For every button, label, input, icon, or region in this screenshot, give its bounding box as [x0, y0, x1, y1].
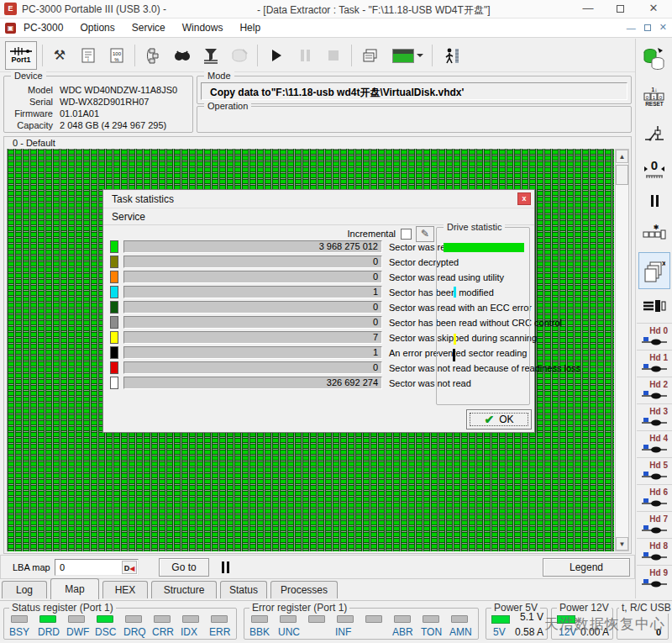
scroll-up-button[interactable]: ▲	[616, 150, 628, 163]
device-field-label: Firmware	[4, 108, 53, 119]
ok-button[interactable]: ✔ OK	[466, 409, 532, 430]
close-button[interactable]: ✕	[640, 0, 667, 18]
minimize-button[interactable]: —	[575, 0, 601, 18]
oscilloscope-button[interactable]: 0	[638, 153, 670, 185]
tab-hex[interactable]: HEX	[102, 581, 148, 598]
reset-button[interactable]: 1↓ 010 RESET	[638, 79, 670, 114]
menu-options[interactable]: Options	[80, 22, 114, 34]
tab-status[interactable]: Status	[220, 581, 267, 598]
drive-power-button[interactable]	[638, 42, 670, 76]
rc-usb-group: t, R/C USB 0	[617, 608, 669, 640]
power-5v-led	[491, 615, 510, 624]
tab-log[interactable]: Log	[2, 581, 47, 598]
led-label: CRR	[152, 626, 176, 638]
mdi-restore-button[interactable]	[644, 24, 651, 31]
tools-button[interactable]: ⚒	[45, 41, 74, 70]
power-12v-led	[557, 615, 575, 624]
filter-button[interactable]	[197, 41, 225, 70]
menu-windows[interactable]: Windows	[182, 22, 223, 34]
hd1-button[interactable]: Hd 1	[637, 350, 672, 376]
goto-button[interactable]: Go to	[159, 558, 209, 577]
drive-statistic-title: Drive statistic	[444, 222, 505, 232]
hd-label: Hd 3	[649, 407, 668, 416]
registers-button[interactable]: ✱	[638, 217, 670, 249]
reset-dip-icon: 010	[643, 92, 665, 101]
hd3-button[interactable]: Hd 3	[637, 403, 672, 430]
head-icon	[642, 416, 667, 426]
menu-help[interactable]: Help	[239, 22, 260, 34]
pause-icon	[651, 195, 659, 207]
stat-color-swatch	[110, 316, 118, 329]
hd-label: Hd 7	[649, 514, 668, 524]
dialog-menu-service[interactable]: Service	[112, 211, 145, 223]
hd9-button[interactable]: Hd 9	[637, 565, 672, 591]
status-register-title: Status register (Port 1)	[9, 602, 116, 614]
led-label: DRD	[38, 626, 61, 638]
head-icon	[642, 551, 667, 561]
mdi-close-button[interactable]: ✕	[659, 22, 667, 33]
hd-label: Hd 6	[649, 488, 668, 497]
eraser-icon	[231, 48, 248, 63]
power-switch-button[interactable]	[638, 118, 670, 150]
scroll-thumb[interactable]	[616, 165, 628, 185]
hd2-button[interactable]: Hd 2	[637, 377, 672, 403]
view-tabs: Log Map HEX Structure Status Processes	[0, 578, 635, 600]
device-panel: Device ModelWDC WD40NDZW-11A8JS0 SerialW…	[3, 76, 193, 133]
tab-processes[interactable]: Processes	[270, 581, 338, 598]
led-label: ERR	[209, 626, 233, 638]
menu-pc3000[interactable]: PC-3000	[24, 22, 63, 34]
map-pause-icon[interactable]	[222, 561, 229, 573]
mode-panel-title: Mode	[204, 71, 234, 81]
dialog-close-button[interactable]: x	[517, 192, 531, 205]
hd7-button[interactable]: Hd 7	[637, 511, 672, 537]
side-pause-button[interactable]	[638, 188, 670, 213]
hd8-button[interactable]: Hd 8	[637, 538, 672, 564]
hd0-button[interactable]: Hd 0	[637, 323, 672, 349]
scroll-down-button[interactable]: ▼	[616, 537, 628, 551]
hd-label: Hd 1	[649, 353, 668, 362]
lba-history-button[interactable]: D◀	[122, 561, 137, 574]
tasks-button[interactable]: x	[638, 252, 670, 289]
start-button[interactable]	[262, 41, 291, 70]
maximize-button[interactable]	[606, 0, 633, 18]
hd5-button[interactable]: Hd 5	[637, 457, 672, 483]
script-icon: i	[81, 47, 96, 64]
menu-service[interactable]: Service	[132, 22, 165, 34]
port1-button[interactable]: Port1	[5, 41, 37, 70]
mdi-minimize-button[interactable]: —	[627, 23, 636, 33]
svg-text:%: %	[114, 57, 119, 62]
drive-stat-bar-error	[453, 349, 455, 361]
lba-map-label: LBA map	[13, 562, 50, 572]
power-switch-icon	[643, 123, 665, 145]
lba-input[interactable]: 0 D◀	[55, 559, 139, 576]
percent-button[interactable]: 100%	[102, 41, 131, 70]
incremental-checkbox[interactable]	[401, 229, 412, 240]
led-ton	[423, 615, 439, 623]
error-register-title: Error register (Port 1)	[249, 602, 349, 614]
search-button[interactable]	[168, 41, 197, 70]
fragment-button[interactable]	[139, 41, 168, 70]
windows-cascade-button[interactable]	[356, 41, 385, 70]
dialog-title-bar[interactable]: Task statistics x	[103, 190, 534, 208]
erase-button[interactable]	[225, 41, 254, 70]
map-scrollbar[interactable]: ▲ ▼	[615, 149, 629, 551]
tab-map[interactable]: Map	[50, 578, 99, 599]
script-button[interactable]: i	[74, 41, 102, 70]
legend-button[interactable]: Legend	[543, 558, 630, 577]
drive-stat-bar-read	[444, 243, 524, 252]
stop-button[interactable]	[319, 41, 348, 70]
focus-outline	[470, 413, 528, 426]
head-icon	[642, 389, 667, 399]
led-bbk	[251, 615, 268, 623]
dialog-title: Task statistics	[112, 193, 174, 205]
led-drd	[39, 615, 56, 623]
adapter-button[interactable]	[638, 293, 670, 319]
hd6-button[interactable]: Hd 6	[637, 484, 672, 510]
exit-button[interactable]	[437, 41, 465, 70]
led-blank	[365, 615, 382, 623]
hd4-button[interactable]: Hd 4	[637, 430, 672, 456]
tab-structure[interactable]: Structure	[151, 581, 217, 598]
pause-button[interactable]	[291, 41, 319, 70]
map-view-button[interactable]	[388, 41, 427, 70]
hd-label: Hd 0	[649, 326, 668, 335]
